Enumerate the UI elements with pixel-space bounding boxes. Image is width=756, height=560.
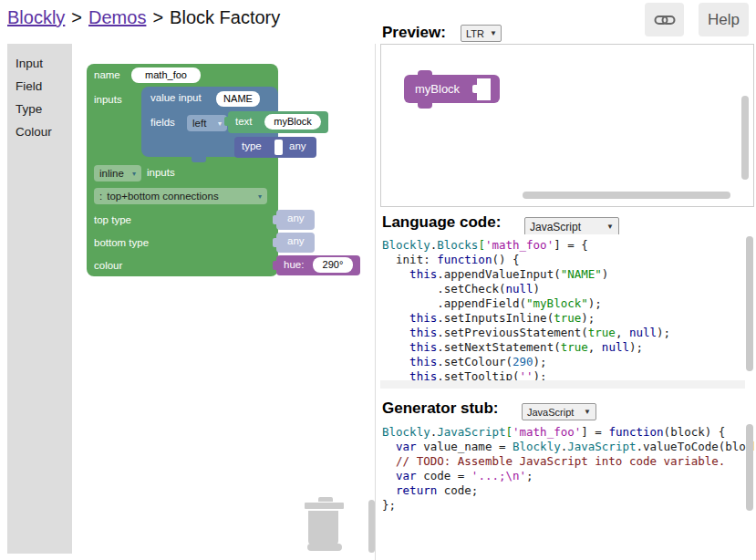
chevron-down-icon: ▾ [132,170,136,178]
chevron-down-icon: ▾ [218,119,222,128]
type-label: type [242,140,262,151]
bottom-type-label: bottom type [94,237,149,248]
help-button[interactable]: Help [699,3,749,36]
language-code-heading: Language code: [382,213,501,232]
preview-workspace [380,44,754,207]
select-arrow-icon: ▼ [490,29,497,37]
language-code-area: Blockly.Blocks['math_foo'] = { init: fun… [380,234,754,389]
puzzle-tab [273,261,278,270]
colour-hue-block[interactable]: hue: 290° [276,255,360,275]
preview-horizontal-scrollbar[interactable] [523,192,730,199]
next-connector [418,102,432,109]
generator-select[interactable]: JavaScript ▼ [522,403,596,420]
hue-value-field[interactable]: 290° [313,257,353,273]
input-name-field[interactable]: NAME [216,91,260,107]
type-any-label: any [289,140,306,151]
puzzle-tab [273,238,278,247]
share-link-button[interactable] [645,3,684,36]
fields-align-dropdown[interactable]: left ▾ [187,115,227,131]
breadcrumb: Blockly>Demos>Block Factory [7,7,280,28]
statement-notch [192,157,206,162]
connections-dropdown[interactable]: : top+bottom connections ▾ [94,188,267,204]
block-factory-page: Blockly>Demos>Block Factory Help Preview… [0,0,756,560]
text-field-block[interactable]: text myBlock [228,111,328,133]
block-name-field[interactable]: math_foo [131,67,201,83]
select-arrow-icon: ▼ [606,223,614,231]
any-label: any [287,235,305,246]
top-type-label: top type [94,214,131,225]
drag-handle-icon: : [99,191,102,202]
trash-body [308,511,338,544]
inline-dropdown[interactable]: inline ▾ [94,165,141,181]
connections-dropdown-value: top+bottom connections [107,191,254,202]
type-socket [274,140,283,155]
inline-inputs-label: inputs [147,167,175,178]
select-arrow-icon: ▼ [584,408,591,416]
top-type-any-block[interactable]: any [276,210,315,230]
value-input-socket-tab [472,85,478,93]
language-select[interactable]: JavaScript ▼ [524,217,619,236]
fields-align-value: left [192,118,213,129]
preview-myblock[interactable]: myBlock [404,70,500,109]
colour-label: colour [94,260,122,271]
generator-select-value: JavaScript [527,407,574,418]
generator-stub-vscroll[interactable] [746,424,753,511]
trash-handle [318,497,333,502]
chevron-down-icon: ▾ [258,192,262,201]
toolbox-category-field[interactable]: Field [16,79,42,93]
panel-divider [375,44,376,560]
value-input-label: value input [150,92,202,103]
fields-label: fields [150,117,175,128]
preview-block-label: myBlock [415,82,460,96]
page-title: Block Factory [170,7,280,27]
puzzle-tab [224,117,230,126]
any-label: any [287,213,305,223]
toolbox [7,44,72,554]
language-code-hscroll-track[interactable] [380,380,745,389]
preview-vertical-scrollbar[interactable] [741,96,749,180]
preview-direction-select[interactable]: LTR ▼ [461,25,502,42]
preview-heading: Preview: [382,24,446,42]
value-input-socket [477,78,491,100]
workspace-vertical-scrollbar[interactable] [368,500,375,553]
toolbox-category-type[interactable]: Type [16,102,42,116]
generator-stub-heading: Generator stub: [382,399,499,418]
breadcrumb-link-blockly[interactable]: Blockly [7,7,65,27]
preview-direction-value: LTR [466,28,484,39]
breadcrumb-separator: > [71,7,82,27]
type-block[interactable]: type any [234,137,316,158]
text-value-field[interactable]: myBlock [264,114,321,130]
trash-lid [305,503,344,509]
breadcrumb-link-demos[interactable]: Demos [88,7,146,27]
inputs-label: inputs [94,94,122,105]
puzzle-tab [273,215,278,224]
name-label: name [94,69,120,80]
toolbox-category-input[interactable]: Input [16,57,43,70]
inline-dropdown-value: inline [99,168,128,179]
breadcrumb-separator: > [152,7,163,27]
bottom-type-any-block[interactable]: any [276,233,315,253]
hue-label: hue: [284,259,304,270]
language-code-vscroll[interactable] [746,236,753,371]
language-select-value: JavaScript [530,221,581,233]
help-button-label: Help [708,11,740,29]
generator-stub-area: Blockly.JavaScript['math_foo'] = functio… [380,421,754,560]
workspace-horizontal-scrollbar[interactable] [307,544,342,551]
link-icon [654,11,676,29]
toolbox-category-colour[interactable]: Colour [16,125,52,139]
text-label: text [235,116,253,127]
